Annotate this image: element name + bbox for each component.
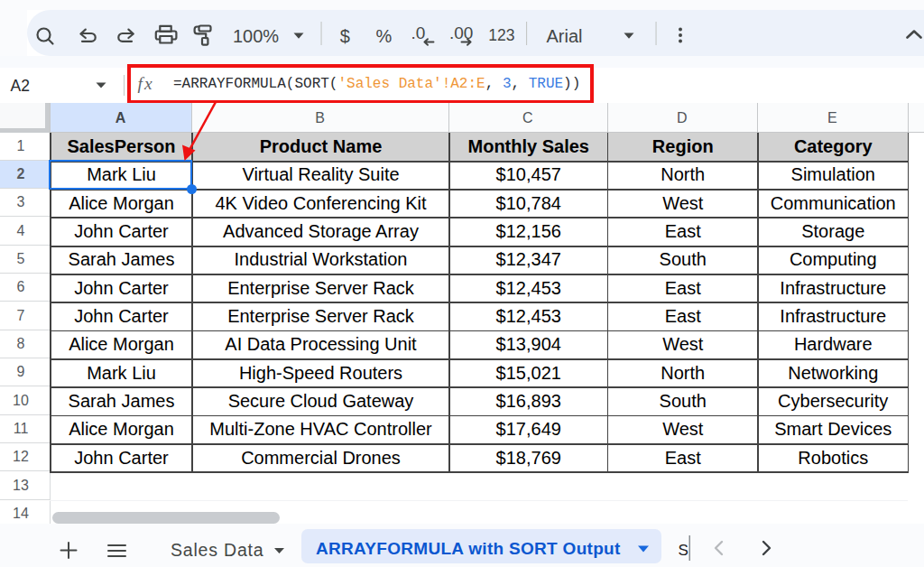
- svg-text:Sales Data: Sales Data: [171, 540, 263, 560]
- svg-text:.00: .00: [449, 23, 473, 42]
- svg-text:123: 123: [488, 26, 514, 44]
- svg-text:Arial: Arial: [547, 26, 583, 46]
- svg-text:%: %: [376, 26, 393, 46]
- svg-text:S: S: [679, 542, 688, 559]
- svg-text:$: $: [340, 26, 350, 46]
- svg-text:ARRAYFORMULA with SORT Output: ARRAYFORMULA with SORT Output: [316, 539, 621, 558]
- svg-text:.0: .0: [411, 23, 426, 42]
- svg-text:100%: 100%: [233, 26, 279, 46]
